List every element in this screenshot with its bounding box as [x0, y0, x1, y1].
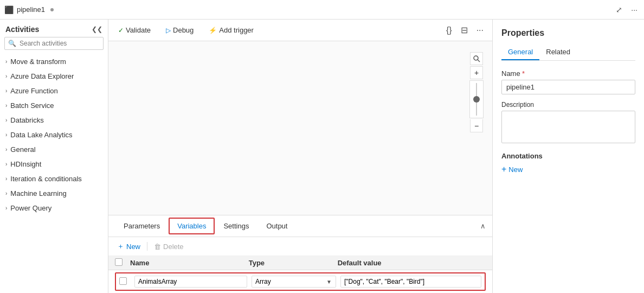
sidebar-item-move-transform[interactable]: › Move & transform: [0, 54, 108, 69]
sidebar-item-azure-function[interactable]: › Azure Function: [0, 84, 108, 98]
debug-icon: ▷: [166, 27, 171, 34]
variable-name-input[interactable]: [134, 276, 247, 288]
delete-variable-button[interactable]: 🗑 Delete: [152, 241, 186, 252]
header-type: Type: [249, 259, 338, 267]
row-checkbox[interactable]: [119, 277, 127, 285]
properties-panel: Properties General Related Name * Descri…: [492, 20, 644, 293]
sidebar-item-batch-service[interactable]: › Batch Service: [0, 98, 108, 113]
new-label: New: [126, 243, 140, 251]
chevron-icon: ›: [5, 190, 7, 196]
zoom-in-button[interactable]: +: [470, 66, 483, 79]
sidebar-icons: ❮❮: [92, 26, 102, 33]
table-header: Name Type Default value: [108, 256, 492, 270]
sidebar-item-label: Machine Learning: [10, 189, 66, 198]
row-check-col: [119, 277, 134, 286]
delete-label: Delete: [163, 243, 184, 251]
pipeline-name-input[interactable]: [501, 80, 635, 94]
description-label: Description: [501, 101, 635, 109]
tab-parameters[interactable]: Parameters: [115, 218, 169, 235]
table-rows: Array String Boolean Integer Float ▼: [108, 270, 492, 293]
trigger-icon: ⚡: [209, 27, 217, 34]
search-icon: 🔍: [8, 40, 16, 47]
validate-icon: ✓: [118, 27, 124, 34]
code-icon[interactable]: {}: [444, 23, 454, 37]
add-trigger-button[interactable]: ⚡ Add trigger: [205, 24, 257, 36]
sidebar-item-label: Iteration & conditionals: [10, 175, 82, 183]
collapse-icon[interactable]: ❮❮: [92, 26, 102, 33]
validate-button[interactable]: ✓ Validate: [115, 24, 154, 36]
debug-label: Debug: [173, 26, 194, 34]
search-input[interactable]: [20, 40, 100, 47]
search-box: 🔍: [4, 37, 104, 50]
sidebar-item-label: Power Query: [10, 204, 51, 212]
pipeline-title: pipeline1: [17, 5, 45, 14]
chevron-icon: ›: [5, 59, 7, 65]
top-bar-right: ⤢ ···: [614, 4, 640, 15]
more-icon[interactable]: ···: [474, 23, 486, 37]
tab-variables[interactable]: Variables: [169, 218, 215, 234]
chevron-icon: ›: [5, 103, 7, 109]
plus-icon: ＋: [117, 241, 124, 251]
debug-button[interactable]: ▷ Debug: [163, 24, 197, 36]
zoom-slider[interactable]: [469, 80, 484, 118]
grid-icon[interactable]: ⊟: [459, 23, 470, 37]
variable-default-input[interactable]: [340, 276, 481, 288]
header-name: Name: [130, 259, 249, 267]
sidebar-item-power-query[interactable]: › Power Query: [0, 201, 108, 215]
sidebar-item-label: Data Lake Analytics: [10, 131, 72, 139]
chevron-icon: ›: [5, 73, 7, 79]
sidebar: Activities ❮❮ 🔍 › Move & transform › Azu…: [0, 20, 108, 293]
tabs-collapse-icon[interactable]: ∧: [480, 222, 486, 230]
properties-tabs: General Related: [501, 44, 635, 61]
new-variable-button[interactable]: ＋ New: [115, 240, 143, 252]
search-zoom-button[interactable]: [470, 52, 483, 65]
chevron-icon: ›: [5, 205, 7, 211]
chevron-icon: ›: [5, 161, 7, 167]
zoom-controls: + −: [469, 52, 484, 132]
sidebar-item-label: Move & transform: [10, 58, 66, 66]
svg-point-0: [474, 56, 478, 60]
header-check-col: [115, 258, 130, 267]
chevron-icon: ›: [5, 88, 7, 94]
zoom-out-button[interactable]: −: [470, 119, 483, 132]
sidebar-item-label: Azure Function: [10, 87, 57, 95]
trigger-label: Add trigger: [219, 26, 254, 34]
sidebar-item-azure-data-explorer[interactable]: › Azure Data Explorer: [0, 69, 108, 84]
sidebar-item-data-lake-analytics[interactable]: › Data Lake Analytics: [0, 128, 108, 142]
sidebar-item-hdinsight[interactable]: › HDInsight: [0, 157, 108, 171]
content-area: + − Parameters Variables Settings Outp: [108, 41, 492, 293]
description-textarea[interactable]: [501, 111, 635, 143]
sidebar-item-label: Batch Service: [10, 101, 54, 110]
bottom-panel: Parameters Variables Settings Output ∧ ＋…: [108, 215, 492, 293]
new-annotation-button[interactable]: + New: [501, 164, 523, 174]
annotations-section: Annotations + New: [501, 152, 635, 174]
chevron-icon: ›: [5, 176, 7, 182]
panel-toolbar: ＋ New 🗑 Delete: [108, 237, 492, 256]
sidebar-item-label: Azure Data Explorer: [10, 72, 74, 80]
top-bar-left: ⬛ pipeline1: [4, 5, 614, 14]
sidebar-header: Activities ❮❮: [0, 20, 108, 37]
prop-tab-related[interactable]: Related: [539, 44, 577, 60]
expand-icon[interactable]: ⤢: [614, 4, 624, 15]
header-default: Default value: [338, 259, 486, 267]
annotations-title: Annotations: [501, 152, 635, 160]
chevron-icon: ›: [5, 146, 7, 152]
tab-output[interactable]: Output: [257, 218, 296, 235]
unsaved-dot: [50, 8, 54, 11]
sidebar-item-label: General: [10, 145, 35, 154]
sidebar-item-databricks[interactable]: › Databricks: [0, 113, 108, 128]
sidebar-item-general[interactable]: › General: [0, 142, 108, 157]
more-options-icon[interactable]: ···: [629, 4, 640, 15]
delete-icon: 🗑: [154, 243, 161, 251]
sidebar-item-label: Databricks: [10, 116, 43, 124]
toolbar: ✓ Validate ▷ Debug ⚡ Add trigger {} ⊟ ··…: [108, 20, 492, 41]
tabs-row: Parameters Variables Settings Output ∧: [108, 215, 492, 237]
plus-icon: +: [501, 164, 506, 174]
variable-type-select[interactable]: Array String Boolean Integer Float: [252, 276, 336, 288]
canvas-area[interactable]: + −: [108, 41, 492, 215]
select-all-checkbox[interactable]: [115, 258, 123, 266]
sidebar-item-machine-learning[interactable]: › Machine Learning: [0, 186, 108, 201]
sidebar-item-iteration-conditionals[interactable]: › Iteration & conditionals: [0, 171, 108, 186]
tab-settings[interactable]: Settings: [215, 218, 257, 235]
prop-tab-general[interactable]: General: [501, 44, 539, 60]
